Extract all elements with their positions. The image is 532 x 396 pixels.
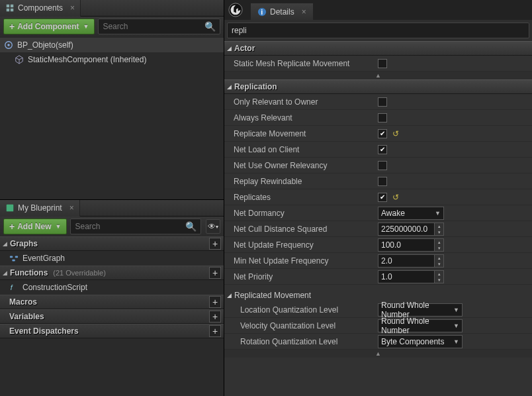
prop-label: Replay Rewindable [224,177,375,186]
tree-label: StaticMeshComponent (Inherited) [28,55,146,64]
add-variable-button[interactable]: + [209,311,221,322]
blueprint-icon [5,203,15,213]
prop-label: Net Update Frequency [224,240,375,250]
spinner-minnet[interactable]: 2.0 [378,254,444,268]
checkbox[interactable] [378,129,387,138]
svg-rect-0 [7,5,9,7]
svg-rect-6 [7,205,14,212]
plus-icon: + [9,21,15,32]
prop-label: Replicate Movement [224,129,375,138]
svg-rect-3 [11,9,13,11]
details-tab[interactable]: i Details × [251,3,314,20]
unreal-logo-icon [228,3,243,17]
section-actor[interactable]: ◢ Actor [224,41,532,56]
checkbox[interactable] [378,161,387,170]
category-macros[interactable]: Macros + [0,295,224,309]
components-tab[interactable]: Components × [0,0,81,17]
actor-icon [4,40,13,50]
checkbox[interactable] [378,113,387,123]
checkbox[interactable] [378,193,387,202]
item-constructionscript[interactable]: f ConstructionScript [0,280,224,295]
spinner-icon[interactable] [434,223,443,235]
expand-icon: ◢ [227,45,232,52]
myblueprint-tab[interactable]: My Blueprint × [0,200,80,217]
details-filter[interactable] [227,23,529,38]
spinner-netcull[interactable]: 225000000.0 [378,223,444,236]
category-functions[interactable]: ◢ Functions (21 Overridable) + [0,266,224,280]
close-icon[interactable]: × [302,7,306,17]
prop-label: Velocity Quantization Level [224,321,375,330]
spinner-netupdate[interactable]: 100.0 [378,238,444,252]
chevron-down-icon: ▼ [453,338,459,345]
expand-icon: ◢ [3,240,7,247]
tree-row-child[interactable]: StaticMeshComponent (Inherited) [0,52,224,67]
prop-label: Min Net Update Frequency [224,256,375,266]
checkbox[interactable] [378,145,387,154]
components-search[interactable]: 🔍 [98,19,220,34]
info-icon: i [257,7,267,17]
dropdown-velquant[interactable]: Round Whole Number▼ [378,319,463,332]
search-icon: 🔍 [185,221,197,232]
add-function-button[interactable]: + [209,267,221,279]
close-icon[interactable]: × [69,203,74,213]
search-input[interactable] [103,22,204,31]
chevron-down-icon: ▼ [453,322,459,329]
tree-row-root[interactable]: BP_Objeto(self) [0,38,224,52]
chevron-down-icon: ▼ [83,23,89,30]
add-dispatcher-button[interactable]: + [209,325,221,337]
svg-text:f: f [11,283,13,291]
spinner-icon[interactable] [434,239,443,251]
filter-input[interactable] [232,26,525,35]
collapse-arrow[interactable]: ▲ [224,72,532,79]
item-eventgraph[interactable]: EventGraph [0,251,224,266]
prop-label: Net Use Owner Relevancy [224,161,375,170]
svg-rect-8 [15,256,18,258]
dropdown-locquant[interactable]: Round Whole Number▼ [378,303,463,317]
view-options-button[interactable]: 👁▾ [206,219,220,234]
spinner-icon[interactable] [434,255,443,267]
tab-label: Details [270,7,294,17]
spinner-icon[interactable] [434,271,443,283]
add-component-button[interactable]: + Add Component ▼ [3,19,95,34]
revert-icon[interactable]: ↺ [392,193,399,202]
prop-label: Net Dormancy [224,209,375,218]
prop-label: Location Quantization Level [224,305,375,315]
subsection-repmove[interactable]: ◢ Replicated Movement [224,285,532,302]
section-replication[interactable]: ◢ Replication [224,79,532,94]
eye-icon: 👁 [208,222,216,231]
svg-rect-2 [7,9,9,11]
category-graphs[interactable]: ◢ Graphs + [0,236,224,251]
chevron-down-icon: ▼ [435,210,441,217]
expand-icon: ◢ [227,83,232,90]
tree-label: BP_Objeto(self) [17,40,73,50]
myblueprint-search[interactable]: 🔍 [70,219,201,234]
category-variables[interactable]: Variables + [0,309,224,324]
components-icon [5,3,15,13]
search-input[interactable] [75,222,185,231]
collapse-arrow[interactable]: ▲ [224,350,532,358]
spinner-priority[interactable]: 1.0 [378,270,444,283]
svg-point-5 [7,44,10,46]
revert-icon[interactable]: ↺ [392,129,399,138]
graph-icon [9,254,19,263]
category-dispatchers[interactable]: Event Dispatchers + [0,324,224,338]
add-graph-button[interactable]: + [209,238,221,250]
svg-rect-1 [11,5,13,7]
plus-icon: + [9,221,15,232]
prop-label: Net Priority [224,272,375,281]
checkbox[interactable] [378,177,387,186]
dropdown-rotquant[interactable]: Byte Components▼ [378,335,463,348]
checkbox[interactable] [378,97,387,107]
close-icon[interactable]: × [70,3,75,13]
tab-label: My Blueprint [18,203,62,213]
function-icon: f [9,283,19,292]
expand-icon: ◢ [3,270,7,276]
dropdown-netdormancy[interactable]: Awake▼ [378,207,444,220]
checkbox[interactable] [378,59,387,68]
prop-label: Net Cull Distance Squared [224,224,375,234]
prop-label: Only Relevant to Owner [224,97,375,107]
prop-label: Net Load on Client [224,145,375,154]
prop-label: Replicates [224,193,375,202]
add-macro-button[interactable]: + [209,296,221,308]
add-new-button[interactable]: + Add New ▼ [3,219,67,234]
